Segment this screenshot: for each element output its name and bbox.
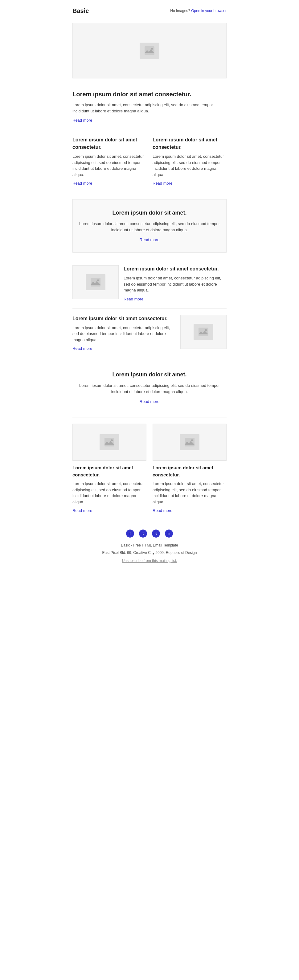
image-icon (185, 438, 195, 447)
section-7-card-left-image (73, 424, 146, 461)
section-2-right-heading: Lorem ipsum dolor sit amet consectetur. (153, 136, 226, 151)
svg-point-2 (151, 48, 153, 50)
open-in-browser-link[interactable]: Open in your browser (191, 9, 226, 13)
section-7-card-right-read-more[interactable]: Read more (153, 508, 172, 513)
section-2: Lorem ipsum dolor sit amet consectetur. … (73, 130, 226, 193)
image-icon (199, 328, 208, 336)
facebook-label: f (130, 531, 131, 536)
svg-rect-3 (91, 278, 100, 286)
section-4-img-placeholder (86, 274, 105, 290)
section-7: Lorem ipsum dolor sit amet consectetur. … (73, 417, 226, 520)
section-7-card-left: Lorem ipsum dolor sit amet consectetur. … (73, 424, 146, 514)
section-7-card-left-read-more[interactable]: Read more (73, 508, 92, 513)
section-4-body: Lorem ipsum dolor sit amet, consectetur … (123, 275, 226, 293)
section-3-heading: Lorem ipsum dolor sit amet. (79, 209, 220, 217)
section-2-left-read-more[interactable]: Read more (73, 181, 92, 186)
section-4-heading: Lorem ipsum dolor sit amet consectetur. (123, 265, 226, 273)
section-3: Lorem ipsum dolor sit amet. Lorem ipsum … (73, 193, 226, 259)
section-3-body: Lorem ipsum dolor sit amet, consectetur … (79, 221, 220, 233)
linkedin-icon[interactable]: in (165, 530, 173, 538)
image-icon (91, 278, 100, 286)
section-4-read-more[interactable]: Read more (123, 297, 143, 301)
linkedin-label: in (168, 531, 171, 536)
instagram-icon[interactable]: ig (152, 530, 160, 538)
section-6-heading: Lorem ipsum dolor sit amet. (73, 371, 226, 379)
section-7-card-left-heading: Lorem ipsum dolor sit amet consectetur. (73, 465, 146, 478)
unsubscribe-link[interactable]: Unsubscribe from this mailing list. (122, 558, 177, 563)
section-2-left-body: Lorem ipsum dolor sit amet, consectetur … (73, 153, 146, 178)
section-7-card-right-body: Lorem ipsum dolor sit amet, consectetur … (153, 481, 226, 505)
facebook-icon[interactable]: f (126, 530, 134, 538)
footer-unsubscribe: Unsubscribe from this mailing list. (73, 558, 226, 563)
hero-image-block (73, 23, 226, 78)
svg-rect-12 (185, 438, 195, 447)
hero-image-placeholder (140, 43, 159, 59)
section-4: Lorem ipsum dolor sit amet consectetur. … (73, 259, 226, 309)
section-5: Lorem ipsum dolor sit amet consectetur. … (73, 309, 226, 358)
brand-title: Basic (73, 6, 89, 16)
section-5-body: Lorem ipsum dolor sit amet, consectetur … (73, 325, 176, 343)
section-7-card-right-image (153, 424, 226, 461)
svg-rect-9 (104, 438, 114, 447)
section-2-right-read-more[interactable]: Read more (153, 181, 172, 186)
section-2-right-body: Lorem ipsum dolor sit amet, consectetur … (153, 153, 226, 178)
section-6: Lorem ipsum dolor sit amet. Lorem ipsum … (73, 358, 226, 417)
section-2-two-col: Lorem ipsum dolor sit amet consectetur. … (73, 136, 226, 186)
section-2-left-col: Lorem ipsum dolor sit amet consectetur. … (73, 136, 146, 186)
section-6-body: Lorem ipsum dolor sit amet, consectetur … (73, 383, 226, 395)
email-footer: f t ig in Basic - Free HTML Email Templa… (73, 520, 226, 568)
section-3-centered-box: Lorem ipsum dolor sit amet. Lorem ipsum … (73, 199, 226, 253)
section-2-left-heading: Lorem ipsum dolor sit amet consectetur. (73, 136, 146, 151)
section-4-image (73, 265, 119, 299)
section-6-read-more[interactable]: Read more (140, 399, 159, 404)
email-header: Basic No Images? Open in your browser (73, 3, 226, 18)
footer-address: East Pixel Bld. 99, Creative City 5009, … (73, 550, 226, 555)
section-1: Lorem ipsum dolor sit amet consectetur. … (73, 83, 226, 130)
section-5-heading: Lorem ipsum dolor sit amet consectetur. (73, 315, 176, 322)
section-7-left-img-placeholder (100, 434, 119, 450)
image-icon (104, 438, 114, 447)
section-2-right-col: Lorem ipsum dolor sit amet consectetur. … (153, 136, 226, 186)
instagram-label: ig (155, 531, 157, 536)
svg-point-14 (191, 439, 193, 441)
section-6-center: Lorem ipsum dolor sit amet. Lorem ipsum … (73, 364, 226, 411)
section-7-two-card-col: Lorem ipsum dolor sit amet consectetur. … (73, 424, 226, 514)
social-icons-row: f t ig in (73, 530, 226, 538)
section-7-card-left-body: Lorem ipsum dolor sit amet, consectetur … (73, 481, 146, 505)
svg-rect-6 (199, 328, 208, 336)
image-icon (145, 46, 154, 55)
section-4-text: Lorem ipsum dolor sit amet consectetur. … (123, 265, 226, 302)
section-5-text-img-row: Lorem ipsum dolor sit amet consectetur. … (73, 315, 226, 352)
section-7-card-right: Lorem ipsum dolor sit amet consectetur. … (153, 424, 226, 514)
section-7-right-img-placeholder (180, 434, 199, 450)
section-7-card-right-heading: Lorem ipsum dolor sit amet consectetur. (153, 465, 226, 478)
section-1-body: Lorem ipsum dolor sit amet, consectetur … (73, 102, 226, 114)
svg-point-11 (111, 439, 113, 441)
header-meta: No Images? Open in your browser (170, 8, 226, 14)
svg-point-8 (205, 329, 207, 331)
no-images-text: No Images? (170, 9, 190, 13)
section-1-read-more[interactable]: Read more (73, 118, 92, 123)
section-5-image (180, 315, 226, 349)
footer-template-name: Basic - Free HTML Email Template (73, 542, 226, 548)
section-1-heading: Lorem ipsum dolor sit amet consectetur. (73, 89, 226, 99)
svg-point-5 (97, 279, 99, 281)
section-5-img-placeholder (194, 324, 213, 340)
section-5-read-more[interactable]: Read more (73, 346, 92, 351)
section-4-img-text-row: Lorem ipsum dolor sit amet consectetur. … (73, 265, 226, 302)
twitter-label: t (142, 531, 144, 536)
twitter-icon[interactable]: t (139, 530, 147, 538)
section-3-read-more[interactable]: Read more (140, 237, 159, 242)
section-5-text: Lorem ipsum dolor sit amet consectetur. … (73, 315, 176, 352)
svg-rect-0 (145, 46, 154, 55)
